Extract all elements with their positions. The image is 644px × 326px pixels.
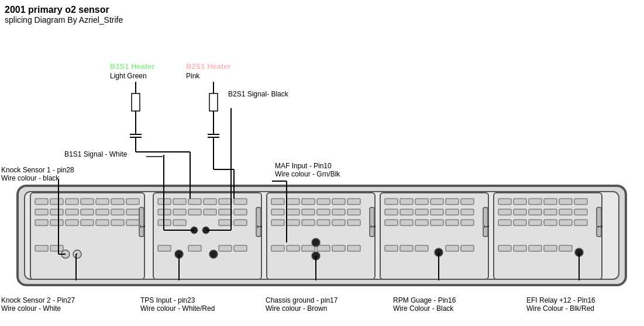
svg-rect-28: [234, 199, 247, 204]
maf-label-line2: Wire colour - Grn/Blk: [275, 170, 340, 178]
svg-rect-12: [111, 209, 124, 215]
svg-rect-75: [415, 209, 428, 215]
e5-lock-label: 1: [370, 225, 376, 228]
e4-lock-label: 1: [483, 225, 490, 228]
svg-rect-24: [173, 199, 186, 204]
svg-rect-36: [173, 220, 186, 226]
svg-rect-106: [559, 220, 572, 226]
knock2-label-line1: Knock Sensor 2 - Pin27: [1, 296, 75, 304]
svg-rect-73: [385, 209, 398, 215]
svg-rect-79: [385, 220, 398, 226]
svg-rect-65: [332, 245, 345, 251]
svg-rect-58: [317, 220, 330, 226]
e6-pin2: [209, 250, 218, 258]
svg-rect-39: [158, 245, 171, 251]
e7-connector: [30, 193, 144, 279]
svg-rect-51: [302, 209, 315, 215]
svg-rect-15: [50, 220, 63, 226]
main-container: 2001 primary o2 sensor splicing Diagram …: [0, 0, 644, 326]
svg-rect-86: [400, 245, 413, 251]
svg-rect-34: [234, 209, 247, 215]
svg-rect-60: [347, 220, 360, 226]
svg-rect-20: [126, 220, 139, 226]
svg-rect-96: [498, 209, 511, 215]
svg-rect-74: [400, 209, 413, 215]
svg-rect-72: [461, 199, 474, 204]
svg-rect-49: [271, 209, 284, 215]
efi-label-line1: EFI Relay +12 - Pin16: [526, 296, 595, 304]
svg-rect-90: [498, 199, 511, 204]
svg-rect-81: [415, 220, 428, 226]
svg-rect-104: [529, 220, 542, 226]
svg-rect-1: [50, 199, 63, 204]
svg-rect-99: [544, 209, 557, 215]
svg-rect-46: [317, 199, 330, 204]
svg-rect-68: [400, 199, 413, 204]
e7-lock-tab: [139, 207, 144, 237]
b2s1-heater-resistor: [209, 93, 218, 111]
svg-rect-89: [461, 245, 474, 251]
svg-rect-55: [271, 220, 284, 226]
chassis-label-line2: Wire colour - Brown: [266, 304, 327, 313]
svg-rect-70: [431, 199, 443, 204]
svg-rect-88: [446, 245, 459, 251]
svg-rect-66: [347, 245, 360, 251]
svg-rect-108: [498, 245, 511, 251]
svg-rect-16: [66, 220, 78, 226]
chassis-label-line1: Chassis ground - pin17: [266, 296, 338, 304]
b1s1-heater-label: B1S1 Heater: [110, 62, 155, 71]
e4-lock-tab: [483, 207, 488, 237]
svg-rect-56: [287, 220, 299, 226]
svg-rect-4: [96, 199, 109, 204]
e5-lock-tab: [370, 207, 374, 237]
svg-rect-11: [96, 209, 109, 215]
svg-rect-93: [544, 199, 557, 204]
knock1-label-line1: Knock Sensor 1 - pin28: [1, 166, 74, 174]
svg-rect-102: [498, 220, 511, 226]
svg-rect-103: [514, 220, 526, 226]
svg-rect-32: [204, 209, 216, 215]
svg-rect-76: [431, 209, 443, 215]
e6-lock-tab: [256, 207, 261, 237]
svg-rect-13: [126, 209, 139, 215]
e7-lock-label: 1: [139, 225, 146, 228]
svg-rect-100: [559, 209, 572, 215]
svg-rect-53: [332, 209, 345, 215]
svg-rect-112: [559, 245, 572, 251]
svg-rect-71: [446, 199, 459, 204]
svg-rect-2: [66, 199, 78, 204]
svg-rect-42: [234, 245, 247, 251]
svg-rect-37: [219, 220, 232, 226]
svg-rect-8: [50, 209, 63, 215]
wiring-diagram: B1S1 Heater Light Green B2S1 Heater Pink…: [0, 0, 644, 326]
svg-rect-3: [81, 199, 94, 204]
svg-rect-97: [514, 209, 526, 215]
knock2-label-line2: Wire colour - White: [1, 304, 61, 313]
knock1-label-line2: Wire colour - black: [1, 174, 60, 182]
svg-rect-80: [400, 220, 413, 226]
svg-rect-77: [446, 209, 459, 215]
svg-rect-62: [287, 245, 299, 251]
svg-rect-67: [385, 199, 398, 204]
svg-rect-50: [287, 209, 299, 215]
svg-rect-110: [529, 245, 542, 251]
svg-rect-45: [302, 199, 315, 204]
tps-label-line1: TPS Input - pin23: [140, 296, 195, 304]
svg-rect-94: [559, 199, 572, 204]
svg-rect-61: [271, 245, 284, 251]
e6-connector: [153, 193, 261, 279]
svg-rect-101: [574, 209, 587, 215]
svg-rect-40: [188, 245, 201, 251]
svg-rect-85: [385, 245, 398, 251]
e4-connector: [380, 193, 488, 279]
svg-rect-78: [461, 209, 474, 215]
svg-rect-17: [81, 220, 94, 226]
b2s1-heater-color: Pink: [186, 72, 200, 80]
svg-rect-107: [574, 220, 587, 226]
b2s1-heater-label: B2S1 Heater: [186, 62, 231, 71]
svg-rect-27: [219, 199, 232, 204]
e5-connector: [267, 193, 375, 279]
svg-rect-33: [219, 209, 232, 215]
efi-label-line2: Wire Colour - Blk/Red: [526, 304, 594, 313]
svg-rect-7: [35, 209, 48, 215]
